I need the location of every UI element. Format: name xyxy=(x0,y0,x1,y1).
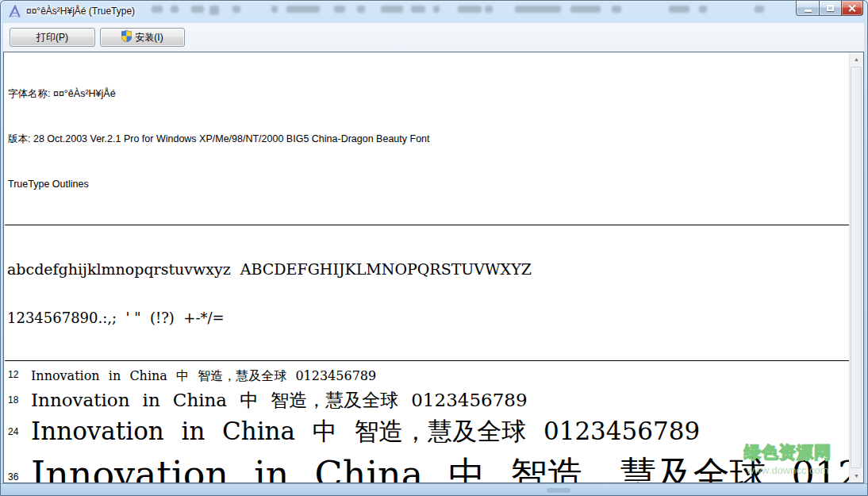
scroll-up-button[interactable]: ▲ xyxy=(850,52,863,66)
charset-symbols: 1234567890.:,; ' " (!?) +-*/= xyxy=(7,310,849,327)
sample-rows: 12 Innovation in China 中 智造，慧及全球 0123456… xyxy=(5,361,849,483)
font-info: 字体名称: ¤¤°êÀs²H¥jÅé 版本: 28 Oct.2003 Ver.2… xyxy=(5,52,849,225)
sample-size-label: 36 xyxy=(8,471,18,483)
font-viewer-window: ¤¤°êÀs²H¥jÅé (TrueType) 打印(P) xyxy=(0,0,868,496)
install-button[interactable]: 安装(I) xyxy=(100,28,185,47)
glass-artifact xyxy=(755,6,764,13)
scrollbar-thumb[interactable] xyxy=(851,67,862,468)
font-name-line: 字体名称: ¤¤°êÀs²H¥jÅé xyxy=(8,87,849,102)
font-preview-panel: 字体名称: ¤¤°êÀs²H¥jÅé 版本: 28 Oct.2003 Ver.2… xyxy=(3,52,864,483)
sample-text: Innovation in China 中 智造，慧及全球 0123456789 xyxy=(5,419,700,444)
font-version-line: 版本: 28 Oct.2003 Ver.2.1 Pro for Windows … xyxy=(8,132,849,147)
glass-artifact xyxy=(411,6,425,13)
glass-artifact xyxy=(334,6,345,13)
glass-artifact xyxy=(286,6,320,13)
glass-artifact xyxy=(152,6,163,13)
install-button-label: 安装(I) xyxy=(135,31,163,44)
close-icon xyxy=(848,4,857,13)
scroll-down-icon: ▼ xyxy=(854,473,859,479)
preview-area: 字体名称: ¤¤°êÀs²H¥jÅé 版本: 28 Oct.2003 Ver.2… xyxy=(5,52,849,483)
glass-artifact xyxy=(209,6,219,15)
glass-artifact xyxy=(171,6,179,13)
charset-block: abcdefghijklmnopqrstuvwxyz ABCDEFGHIJKLM… xyxy=(5,225,849,360)
glass-artifact xyxy=(458,6,482,13)
glass-artifact xyxy=(699,6,707,13)
titlebar[interactable]: ¤¤°êÀs²H¥jÅé (TrueType) xyxy=(1,1,867,23)
print-button-label: 打印(P) xyxy=(36,31,68,44)
glass-artifact xyxy=(515,6,561,13)
sample-row-12: 12 Innovation in China 中 智造，慧及全球 0123456… xyxy=(5,361,849,383)
scroll-up-icon: ▲ xyxy=(854,56,859,62)
resize-notch xyxy=(547,488,570,493)
toolbar: 打印(P) 安装(I) xyxy=(3,23,864,52)
glass-artifact xyxy=(357,6,365,13)
glass-artifact xyxy=(612,6,621,13)
glass-artifact xyxy=(669,6,689,13)
font-outline-line: TrueType Outlines xyxy=(8,177,849,192)
glass-artifact xyxy=(485,6,493,13)
sample-size-label: 12 xyxy=(8,369,18,380)
glass-artifact xyxy=(271,6,278,13)
sample-size-label: 24 xyxy=(8,426,18,437)
maximize-icon xyxy=(827,5,834,11)
print-button[interactable]: 打印(P) xyxy=(10,28,95,47)
sample-row-24: 24 Innovation in China 中 智造，慧及全球 0123456… xyxy=(5,409,849,444)
sample-text: Innovation in China 中 智造，慧及全球 0123456789 xyxy=(5,370,376,383)
glass-artifact xyxy=(191,6,204,13)
glass-artifact xyxy=(232,6,240,13)
sample-row-18: 18 Innovation in China 中 智造，慧及全球 0123456… xyxy=(5,383,849,409)
glass-artifact xyxy=(381,6,403,13)
window-controls xyxy=(796,1,863,16)
window-bottom-frame xyxy=(1,483,867,495)
minimize-icon xyxy=(805,10,812,12)
sample-size-label: 18 xyxy=(8,394,18,406)
window-title: ¤¤°êÀs²H¥jÅé (TrueType) xyxy=(26,6,135,17)
maximize-button[interactable] xyxy=(819,1,841,16)
sample-text: Innovation in China 中 智造，慧及全球 0123456789 xyxy=(5,456,849,483)
minimize-button[interactable] xyxy=(796,1,819,16)
sample-row-36: 36 Innovation in China 中 智造，慧及全球 0123456… xyxy=(5,444,849,483)
font-viewer-icon xyxy=(8,5,21,18)
glass-artifact xyxy=(570,6,601,13)
vertical-scrollbar[interactable]: ▲ ▼ xyxy=(849,52,863,483)
close-button[interactable] xyxy=(841,1,863,16)
glass-artifact xyxy=(433,6,440,13)
scroll-down-button[interactable]: ▼ xyxy=(850,469,863,483)
uac-shield-icon xyxy=(121,30,132,44)
charset-letters: abcdefghijklmnopqrstuvwxyz ABCDEFGHIJKLM… xyxy=(7,260,849,279)
sample-text: Innovation in China 中 智造，慧及全球 0123456789 xyxy=(5,391,528,409)
